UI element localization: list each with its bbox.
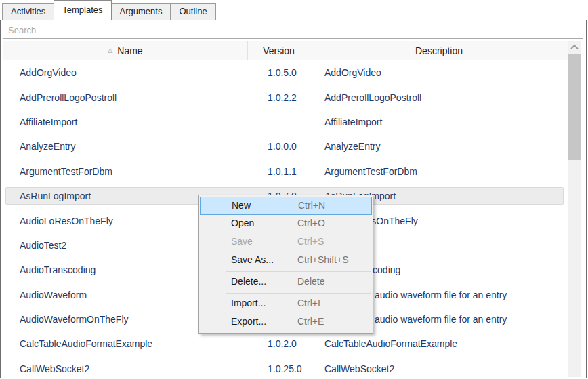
menu-separator <box>226 293 371 294</box>
scroll-up-button[interactable] <box>568 41 581 54</box>
menu-item-shortcut: Ctrl+I <box>297 295 320 312</box>
table-row[interactable]: AddOrgVideo1.0.5.0AddOrgVideo <box>3 60 568 85</box>
cell-name: AffiliateImport <box>3 117 248 127</box>
column-header-description[interactable]: Description <box>310 41 568 60</box>
menu-item-label: Delete... <box>231 276 266 287</box>
sort-ascending-icon: △ <box>108 47 112 54</box>
grid-header: △ Name Version Description <box>3 41 568 60</box>
menu-item-open[interactable]: OpenCtrl+O <box>199 215 373 233</box>
tab-arguments[interactable]: Arguments <box>111 3 171 20</box>
menu-item-label: Save <box>231 236 253 247</box>
table-row[interactable]: AddPrerollLogoPostroll1.0.2.2AddPrerollL… <box>3 85 568 109</box>
cell-name: AnalyzeEntry <box>3 141 248 152</box>
menu-item-shortcut: Ctrl+Shift+S <box>297 252 348 268</box>
table-row[interactable]: AnalyzeEntry1.0.0.0AnalyzeEntry <box>3 134 568 159</box>
table-row[interactable]: CallWebSocket21.0.25.0CallWebSocket2 <box>3 357 568 377</box>
menu-item-new[interactable]: NewCtrl+N <box>200 197 372 215</box>
cell-description: CallWebSocket2 <box>310 363 568 374</box>
column-header-version-label: Version <box>263 45 295 56</box>
menu-item-label: Save As... <box>231 254 274 265</box>
search-input[interactable] <box>3 22 583 39</box>
cell-description: ArgumentTestForDbm <box>310 166 568 177</box>
vertical-scrollbar[interactable] <box>568 41 581 377</box>
cell-description: AnalyzeEntry <box>310 141 568 152</box>
tab-templates[interactable]: Templates <box>54 0 111 20</box>
cell-description: AddOrgVideo <box>310 67 568 78</box>
menu-item-label: Export... <box>231 316 266 327</box>
menu-item-delete[interactable]: Delete...Delete <box>199 273 373 292</box>
cell-name: CalcTableAudioFormatExample <box>3 338 248 349</box>
cell-name: ArgumentTestForDbm <box>3 166 248 177</box>
tab-bar: ActivitiesTemplatesArgumentsOutline <box>2 0 216 20</box>
menu-item-shortcut: Ctrl+S <box>297 233 324 250</box>
tab-outline[interactable]: Outline <box>170 3 215 20</box>
menu-item-label: Open <box>231 218 254 228</box>
cell-name: AddOrgVideo <box>3 67 248 78</box>
cell-version: 1.0.2.2 <box>248 92 310 103</box>
menu-item-shortcut: Ctrl+N <box>298 197 325 214</box>
column-header-name-label: Name <box>117 45 142 56</box>
cell-version: 1.0.5.0 <box>248 67 310 78</box>
scrollbar-thumb[interactable] <box>568 54 581 160</box>
cell-version: 1.0.0.0 <box>248 141 310 152</box>
cell-version: 1.0.25.0 <box>248 363 310 374</box>
menu-item-export[interactable]: Export...Ctrl+E <box>199 313 373 332</box>
table-row[interactable]: AffiliateImportAffiliateImport <box>3 110 568 134</box>
context-menu: NewCtrl+NOpenCtrl+OSaveCtrl+SSave As...C… <box>198 195 373 334</box>
cell-version: 1.0.1.1 <box>248 166 310 177</box>
cell-description: AffiliateImport <box>310 117 568 127</box>
cell-description: AddPrerollLogoPostroll <box>310 92 568 103</box>
cell-name: CallWebSocket2 <box>3 363 248 374</box>
column-header-name[interactable]: △ Name <box>3 41 248 60</box>
menu-item-shortcut: Ctrl+E <box>297 313 324 330</box>
column-header-description-label: Description <box>415 45 463 56</box>
menu-item-save-as[interactable]: Save As...Ctrl+Shift+S <box>199 252 373 270</box>
menu-item-import[interactable]: Import...Ctrl+I <box>199 295 373 313</box>
menu-separator <box>226 271 371 272</box>
chevron-up-icon <box>570 44 578 52</box>
cell-name: AddPrerollLogoPostroll <box>3 92 248 103</box>
menu-item-save: SaveCtrl+S <box>199 233 373 252</box>
table-row[interactable]: ArgumentTestForDbm1.0.1.1ArgumentTestFor… <box>3 159 568 184</box>
menu-item-shortcut: Ctrl+O <box>297 215 325 232</box>
menu-item-label: New <box>232 200 251 211</box>
menu-item-shortcut: Delete <box>297 273 324 290</box>
cell-version: 1.0.2.0 <box>248 338 310 349</box>
menu-item-label: Import... <box>231 298 266 308</box>
table-row[interactable]: CalcTableAudioFormatExample1.0.2.0CalcTa… <box>3 332 568 356</box>
tab-activities[interactable]: Activities <box>2 3 54 20</box>
column-header-version[interactable]: Version <box>248 41 310 60</box>
cell-description: CalcTableAudioFormatExample <box>310 338 568 349</box>
